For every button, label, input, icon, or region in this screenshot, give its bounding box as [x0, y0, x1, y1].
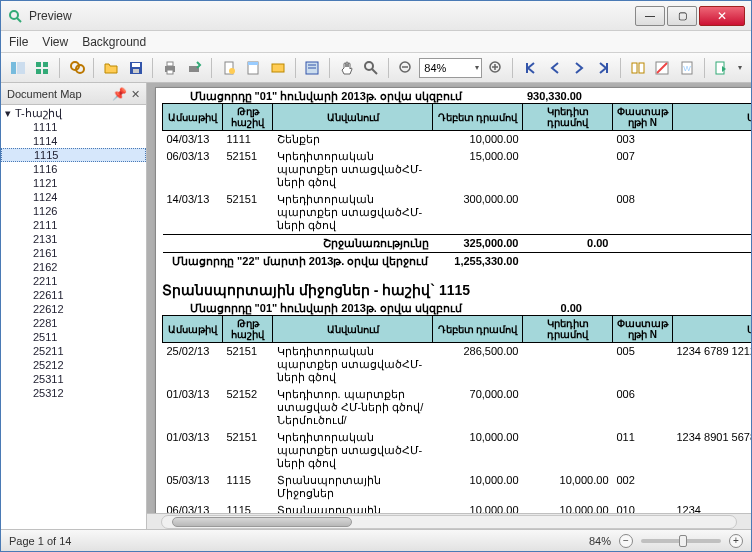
toolbar: 84%▾ W ▾ [1, 53, 751, 83]
document-map-tree[interactable]: ▾T-հաշիվ 1111111411151116112111241126211… [1, 105, 146, 529]
tree-item[interactable]: 1126 [1, 204, 146, 218]
search-button[interactable] [66, 57, 87, 79]
status-zoom: 84% [589, 535, 611, 547]
magnifier-button[interactable] [360, 57, 381, 79]
table-row: 25/02/1352151Կրեդիտորական պարտքեր ստացվա… [163, 343, 752, 387]
table-row: 14/03/1352151Կրեդիտորական պարտքեր ստացվա… [163, 191, 752, 235]
watermark-button[interactable]: W [676, 57, 697, 79]
horizontal-scrollbar[interactable] [147, 513, 751, 529]
open-button[interactable] [100, 57, 121, 79]
menu-view[interactable]: View [42, 35, 68, 49]
table-row: 06/03/131115Տրանսպորտային10,000.0010,000… [163, 502, 752, 513]
multipage-button[interactable] [627, 57, 648, 79]
svg-rect-11 [132, 63, 140, 67]
tree-item[interactable]: 1116 [1, 162, 146, 176]
header-footer-button[interactable] [243, 57, 264, 79]
section-title: Տրանսպորտային միջոցներ - հաշիվ` 1115 [156, 272, 751, 300]
tree-item[interactable]: 22612 [1, 302, 146, 316]
zoom-slider-knob[interactable] [679, 535, 687, 547]
page-setup-button[interactable] [218, 57, 239, 79]
prev-page-button[interactable] [544, 57, 565, 79]
svg-rect-32 [632, 63, 637, 73]
svg-line-26 [372, 69, 377, 74]
svg-point-25 [365, 62, 373, 70]
tree-item[interactable]: 2111 [1, 218, 146, 232]
close-panel-icon[interactable]: ✕ [131, 88, 140, 100]
document-map-header: Document Map 📌✕ [1, 83, 146, 105]
tree-item[interactable]: 1115 [1, 148, 146, 162]
svg-rect-7 [43, 69, 48, 74]
tree-item[interactable]: 22611 [1, 288, 146, 302]
thumbnails-button[interactable] [31, 57, 52, 79]
tree-item[interactable]: 2281 [1, 316, 146, 330]
zoom-slider[interactable] [641, 539, 721, 543]
tree-item[interactable]: 25211 [1, 344, 146, 358]
export-dropdown[interactable]: ▾ [735, 57, 745, 79]
window: Preview — ▢ ✕ File View Background 84 [0, 0, 752, 552]
scrollbar-thumb[interactable] [172, 517, 352, 527]
quick-print-button[interactable] [184, 57, 205, 79]
tree-item[interactable]: 1111 [1, 120, 146, 134]
tree-item[interactable]: 2511 [1, 330, 146, 344]
parameters-button[interactable] [302, 57, 323, 79]
svg-rect-6 [36, 69, 41, 74]
table-row: 01/03/1352151Կրեդիտորական պարտքեր ստացվա… [163, 429, 752, 472]
zoom-combo[interactable]: 84%▾ [419, 58, 482, 78]
document-map-title: Document Map [7, 88, 82, 100]
maximize-button[interactable]: ▢ [667, 6, 697, 26]
tree-item[interactable]: 25212 [1, 358, 146, 372]
tree-item[interactable]: 2162 [1, 260, 146, 274]
turnover-credit: 0.00 [523, 235, 613, 253]
table-row: 06/03/1352151Կրեդիտորական պարտքեր ստացվա… [163, 148, 752, 191]
menu-file[interactable]: File [9, 35, 28, 49]
tree-item[interactable]: 2131 [1, 232, 146, 246]
hand-tool-button[interactable] [336, 57, 357, 79]
save-button[interactable] [125, 57, 146, 79]
opening-balance-amount: 930,330.00 [472, 90, 582, 103]
zoom-out-status-button[interactable]: − [619, 534, 633, 548]
turnover-label: Շրջանառությունը [163, 235, 433, 253]
svg-rect-2 [11, 62, 16, 74]
table-row: 05/03/131115Տրանսպորտային Միջոցներ10,000… [163, 472, 752, 502]
export-button[interactable] [711, 57, 732, 79]
zoom-value: 84% [424, 62, 446, 74]
zoom-in-button[interactable] [485, 57, 506, 79]
tree-item[interactable]: 1114 [1, 134, 146, 148]
document-map-panel: Document Map 📌✕ ▾T-հաշիվ 111111141115111… [1, 83, 147, 529]
collapse-icon[interactable]: ▾ [5, 107, 11, 120]
last-page-button[interactable] [593, 57, 614, 79]
next-page-button[interactable] [568, 57, 589, 79]
minimize-button[interactable]: — [635, 6, 665, 26]
col-date: Ամսաթիվ [163, 104, 223, 131]
preview-area: Մնացորդը "01" հունվարի 2013թ. օրվա սկզբո… [147, 83, 751, 529]
tree-item[interactable]: 25311 [1, 372, 146, 386]
svg-rect-4 [36, 62, 41, 67]
zoom-in-status-button[interactable]: + [729, 534, 743, 548]
menu-background[interactable]: Background [82, 35, 146, 49]
tree-item[interactable]: 1124 [1, 190, 146, 204]
svg-text:W: W [683, 64, 691, 73]
statusbar: Page 1 of 14 84% − + [1, 529, 751, 551]
window-title: Preview [29, 9, 635, 23]
svg-rect-5 [43, 62, 48, 67]
svg-rect-12 [133, 69, 139, 73]
tree-root[interactable]: ▾T-հաշիվ [1, 107, 146, 120]
tree-item[interactable]: 1121 [1, 176, 146, 190]
color-button[interactable] [652, 57, 673, 79]
scale-button[interactable] [267, 57, 288, 79]
window-buttons: — ▢ ✕ [635, 6, 745, 26]
first-page-button[interactable] [519, 57, 540, 79]
svg-rect-14 [167, 62, 173, 66]
docmap-toggle-button[interactable] [7, 57, 28, 79]
tree-item[interactable]: 2161 [1, 246, 146, 260]
print-button[interactable] [159, 57, 180, 79]
close-button[interactable]: ✕ [699, 6, 745, 26]
page-viewport[interactable]: Մնացորդը "01" հունվարի 2013թ. օրվա սկզբո… [147, 83, 751, 513]
report-table-2: Ամսաթիվ Թղթ հաշիվ Անվանում Դեբետ դրամով … [162, 315, 751, 513]
tree-item[interactable]: 25312 [1, 386, 146, 400]
app-icon [7, 8, 23, 24]
opening-balance-label-2: Մնացորդը "01" հունվարի 2013թ. օրվա սկզբո… [162, 302, 472, 315]
tree-item[interactable]: 2211 [1, 274, 146, 288]
zoom-out-button[interactable] [395, 57, 416, 79]
pin-icon[interactable]: 📌 [112, 87, 127, 101]
